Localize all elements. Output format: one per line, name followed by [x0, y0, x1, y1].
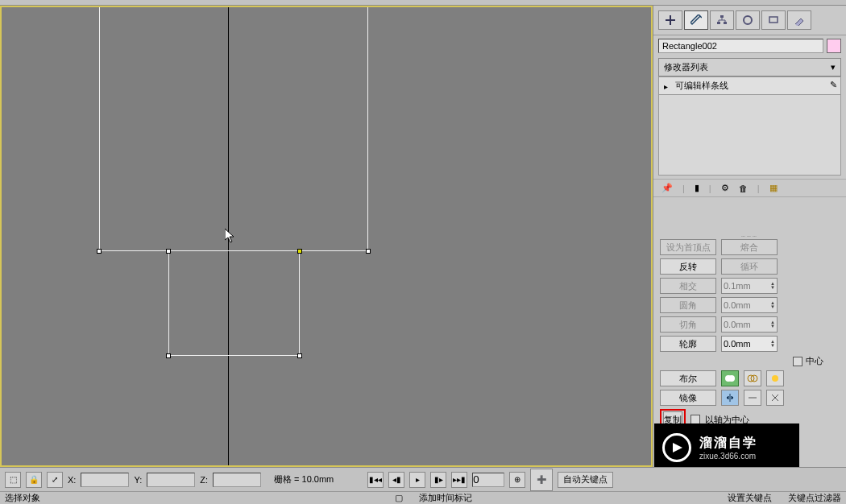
intersect-button[interactable]: 相交	[660, 278, 716, 294]
spline-upper-rect[interactable]	[99, 7, 368, 251]
utilities-tab[interactable]	[787, 10, 811, 30]
mirror-h-icon[interactable]	[721, 390, 739, 406]
create-tab[interactable]	[658, 10, 682, 30]
key-filters-label[interactable]: 关键点过滤器	[788, 492, 841, 504]
status-text: 选择对象	[5, 492, 40, 504]
expand-icon[interactable]	[664, 81, 668, 91]
vertex-selected[interactable]	[297, 249, 302, 254]
top-toolbar	[0, 0, 846, 6]
next-frame-icon[interactable]: ▮▸	[430, 472, 446, 488]
svg-point-6	[728, 375, 735, 382]
modifier-list-dropdown[interactable]: 修改器列表▾	[658, 58, 841, 76]
svg-rect-1	[717, 22, 720, 24]
configure-sets-icon[interactable]: ▦	[769, 183, 778, 193]
modifier-editable-spline[interactable]: 可编辑样条线 ✎	[658, 76, 841, 95]
modifier-stack[interactable]	[658, 95, 841, 176]
spline-lower-rect[interactable]	[168, 251, 300, 356]
chamfer-button[interactable]: 切角	[660, 316, 716, 333]
modifier-toolbar: 📌 | ▮ | ⚙ 🗑 | ▦	[653, 179, 846, 197]
outline-button[interactable]: 轮廓	[660, 336, 716, 352]
edit-icon: ✎	[830, 80, 837, 90]
boolean-button[interactable]: 布尔	[660, 370, 716, 386]
weld-button[interactable]: 熔合	[721, 239, 778, 255]
timeline-bar: ⬚ 🔒 ⤢ X: Y: Z: 栅格 = 10.0mm ▮◂◂ ◂▮ ▸ ▮▸ ▸…	[0, 467, 846, 491]
goto-start-icon[interactable]: ▮◂◂	[367, 472, 384, 488]
reverse-button[interactable]: 反转	[660, 258, 716, 275]
watermark-title: 溜溜自学	[699, 435, 757, 452]
intersect-spinner[interactable]: 0.1mm▲▼	[721, 278, 778, 294]
fillet-spinner[interactable]: 0.0mm▲▼	[721, 297, 778, 313]
add-time-tag-label[interactable]: 添加时间标记	[419, 492, 472, 504]
vertex[interactable]	[166, 249, 171, 254]
boolean-subtract-icon[interactable]	[744, 370, 761, 386]
center-label: 中心	[806, 355, 823, 367]
watermark-logo-icon	[662, 433, 691, 462]
svg-rect-4	[769, 17, 778, 23]
outline-spinner[interactable]: 0.0mm▲▼	[721, 336, 778, 352]
prev-frame-icon[interactable]: ◂▮	[388, 472, 404, 488]
object-name-input[interactable]	[658, 39, 823, 53]
auto-key-button[interactable]: 自动关键点	[558, 472, 613, 488]
command-panel: 修改器列表▾ 可编辑样条线 ✎ 📌 | ▮ | ⚙ 🗑 | ▦ ┄┄┄ 设为首顶…	[653, 6, 846, 467]
svg-point-3	[744, 16, 752, 24]
grid-label: 栅格 = 10.0mm	[274, 473, 334, 485]
svg-point-9	[772, 375, 778, 382]
center-checkbox[interactable]	[793, 357, 802, 366]
make-first-vertex-button[interactable]: 设为首顶点	[660, 239, 716, 255]
pin-stack-icon[interactable]: 📌	[661, 183, 673, 193]
command-panel-tabs	[653, 6, 846, 35]
absolute-mode-icon[interactable]: ⤢	[47, 472, 63, 488]
display-tab[interactable]	[761, 10, 786, 30]
chamfer-spinner[interactable]: 0.0mm▲▼	[721, 316, 778, 333]
mirror-button[interactable]: 镜像	[660, 390, 716, 406]
boolean-union-icon[interactable]	[721, 370, 739, 386]
z-label: Z:	[200, 475, 208, 485]
time-config-icon[interactable]: ⊕	[509, 472, 525, 488]
y-input[interactable]	[147, 473, 195, 487]
object-color-swatch[interactable]	[827, 39, 841, 53]
mirror-both-icon[interactable]	[766, 390, 784, 406]
motion-tab[interactable]	[736, 10, 760, 30]
viewport[interactable]	[0, 6, 653, 467]
set-key-label[interactable]: 设置关键点	[728, 492, 772, 504]
selection-lock-icon[interactable]: ⬚	[5, 472, 21, 488]
x-label: X:	[68, 475, 76, 485]
watermark-url: zixue.3d66.com	[699, 452, 757, 461]
z-input[interactable]	[213, 473, 261, 487]
show-end-result-icon[interactable]: ▮	[695, 183, 699, 193]
vertex[interactable]	[366, 249, 371, 254]
hierarchy-tab[interactable]	[710, 10, 734, 30]
svg-rect-2	[724, 22, 727, 24]
play-icon[interactable]: ▸	[409, 472, 425, 488]
x-input[interactable]	[81, 473, 129, 487]
vertex[interactable]	[297, 353, 302, 358]
goto-end-icon[interactable]: ▸▸▮	[451, 472, 467, 488]
modify-tab[interactable]	[684, 10, 708, 30]
fillet-button[interactable]: 圆角	[660, 297, 716, 313]
boolean-intersect-icon[interactable]	[766, 370, 784, 386]
make-unique-icon[interactable]: ⚙	[721, 183, 729, 193]
y-label: Y:	[134, 475, 142, 485]
key-mode-icon[interactable]: ➕	[530, 469, 553, 491]
watermark: 溜溜自学 zixue.3d66.com	[654, 423, 799, 472]
status-bar: 选择对象 ▢ 添加时间标记 设置关键点 关键点过滤器	[0, 491, 846, 504]
lock-icon[interactable]: 🔒	[26, 472, 42, 488]
time-tag-icon[interactable]: ▢	[395, 493, 403, 503]
remove-modifier-icon[interactable]: 🗑	[739, 184, 748, 193]
svg-rect-0	[720, 15, 724, 18]
mirror-v-icon[interactable]	[744, 390, 761, 406]
vertex[interactable]	[166, 353, 171, 358]
vertex[interactable]	[97, 249, 102, 254]
cycle-button[interactable]: 循环	[721, 258, 778, 275]
rollout-drag-handle[interactable]: ┄┄┄	[660, 233, 840, 236]
current-frame-input[interactable]	[472, 473, 504, 487]
